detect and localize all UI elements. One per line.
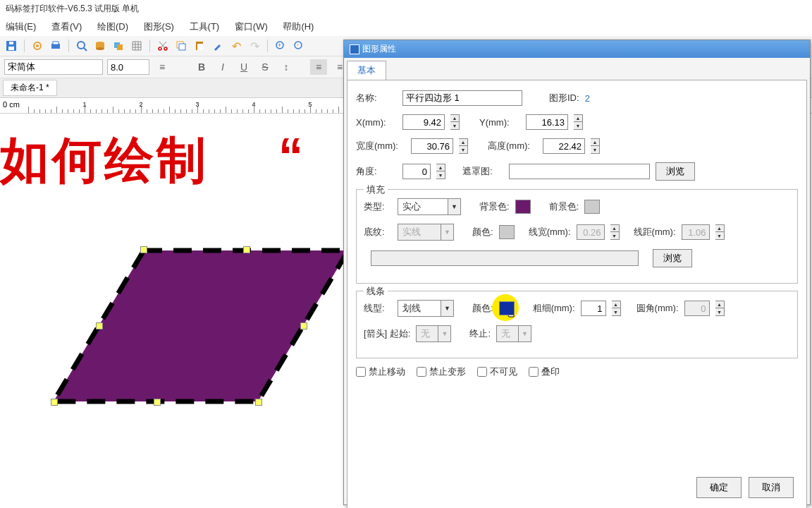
dialog-icon [350, 44, 359, 54]
fg-color-label: 前景色: [549, 200, 579, 213]
mask-label: 遮罩图: [462, 165, 503, 178]
svg-rect-6 [53, 42, 59, 44]
save-icon[interactable] [4, 39, 18, 53]
height-spinner[interactable]: ▲▼ [591, 138, 600, 154]
layers-icon[interactable] [111, 39, 125, 53]
cut-icon[interactable] [156, 39, 170, 53]
line-width-input [577, 224, 605, 240]
lock-move-checkbox[interactable]: 禁止移动 [356, 365, 405, 378]
svg-text:-: - [297, 41, 299, 48]
mask-input[interactable] [509, 164, 650, 179]
zoom-out-icon[interactable]: - [292, 39, 306, 53]
shape-properties-dialog: 图形属性 基本 名称: 图形ID: 2 X(mm): ▲▼ Y(mm): ▲▼ … [343, 40, 811, 505]
name-label: 名称: [356, 92, 397, 104]
italic-button[interactable]: I [214, 59, 231, 75]
fill-group-title: 填充 [364, 183, 388, 196]
font-family-select[interactable] [4, 59, 103, 75]
fill-path-input [371, 250, 639, 266]
app-title-bar: 码标签打印软件-V6.5.3 试用版 单机 [0, 0, 812, 18]
y-spinner[interactable]: ▲▼ [574, 114, 583, 130]
grid-icon[interactable] [130, 39, 144, 53]
canvas-red-text: 如何绘制 [0, 128, 209, 194]
bold-button[interactable]: B [193, 59, 210, 75]
arrow-end-label: 终止: [469, 327, 491, 340]
menu-shape[interactable]: 图形(S) [144, 21, 174, 32]
svg-rect-19 [179, 44, 185, 50]
arrow-up-icon[interactable]: ↕ [278, 59, 295, 75]
width-label: 宽度(mm): [356, 140, 405, 152]
height-input[interactable] [543, 138, 585, 154]
doc-tab-1[interactable]: 未命名-1 * [3, 80, 57, 96]
line-weight-label: 粗细(mm): [533, 302, 575, 315]
x-spinner[interactable]: ▲▼ [450, 114, 460, 130]
weight-spinner[interactable]: ▲▼ [612, 301, 621, 316]
zoom-in-icon[interactable]: + [273, 39, 288, 53]
cancel-button[interactable]: 取消 [749, 477, 794, 498]
lock-transform-checkbox[interactable]: 禁止变形 [417, 365, 466, 378]
pattern-color-swatch [499, 225, 515, 239]
fg-color-swatch[interactable] [584, 200, 600, 214]
line-height-icon[interactable]: ≡ [154, 59, 171, 75]
svg-point-7 [78, 42, 85, 49]
menu-tools[interactable]: 工具(T) [190, 21, 220, 32]
align-left-icon[interactable]: ≡ [310, 59, 327, 75]
y-input[interactable] [526, 114, 568, 130]
browse-mask-button[interactable]: 浏览 [656, 162, 695, 181]
fill-type-combo[interactable]: 实心▼ [398, 198, 461, 215]
width-spinner[interactable]: ▲▼ [459, 138, 468, 154]
invisible-checkbox[interactable]: 不可见 [477, 365, 517, 378]
menu-help[interactable]: 帮助(H) [283, 21, 314, 32]
brush-icon[interactable] [211, 39, 225, 53]
arrow-start-label: [箭头] 起始: [364, 327, 410, 340]
line-weight-input[interactable] [581, 301, 606, 316]
angle-input[interactable] [402, 164, 431, 179]
line-group-title: 线条 [364, 285, 388, 298]
name-input[interactable] [402, 90, 522, 106]
menu-window[interactable]: 窗口(W) [235, 21, 268, 32]
height-label: 高度(mm): [488, 140, 537, 152]
bg-color-swatch[interactable] [515, 200, 531, 214]
x-input[interactable] [402, 114, 445, 130]
database-icon[interactable] [93, 39, 107, 53]
svg-rect-13 [117, 44, 123, 50]
width-input[interactable] [411, 138, 453, 154]
print-icon[interactable] [49, 39, 63, 53]
dialog-title-bar[interactable]: 图形属性 [344, 40, 810, 58]
round-spinner: ▲▼ [715, 301, 725, 316]
menu-edit[interactable]: 编辑(E) [6, 21, 36, 32]
font-size-input[interactable] [107, 59, 149, 75]
svg-text:+: + [278, 42, 281, 49]
angle-spinner[interactable]: ▲▼ [436, 164, 445, 179]
redo-icon[interactable]: ↷ [247, 39, 262, 53]
line-width-label: 线宽(mm): [529, 226, 571, 238]
bg-color-label: 背景色: [479, 200, 510, 213]
selected-parallelogram[interactable] [49, 248, 352, 404]
zoom-icon[interactable] [75, 39, 89, 53]
pattern-color-label: 颜色: [472, 226, 493, 238]
strike-button[interactable]: S [257, 59, 273, 75]
underline-button[interactable]: U [235, 59, 252, 75]
paste-icon[interactable] [192, 39, 207, 53]
copy-icon[interactable] [174, 39, 188, 53]
shape-id-label: 图形ID: [549, 92, 579, 104]
round-corner-input [684, 301, 710, 316]
menu-draw[interactable]: 绘图(D) [97, 21, 128, 32]
gear-icon[interactable] [30, 39, 44, 53]
x-label: X(mm): [356, 117, 397, 128]
menu-view[interactable]: 查看(V) [51, 21, 82, 32]
line-type-combo[interactable]: 划线▼ [398, 300, 454, 317]
line-type-label: 线型: [364, 302, 392, 315]
overprint-checkbox[interactable]: 叠印 [529, 365, 560, 378]
menu-bar: 编辑(E) 查看(V) 绘图(D) 图形(S) 工具(T) 窗口(W) 帮助(H… [0, 18, 812, 36]
browse-fill-button[interactable]: 浏览 [653, 249, 692, 267]
line-color-swatch[interactable] [499, 301, 515, 315]
sp-spinner: ▲▼ [715, 224, 725, 240]
tab-basic[interactable]: 基本 [347, 61, 386, 80]
fill-type-label: 类型: [364, 200, 392, 213]
undo-icon[interactable]: ↶ [229, 39, 243, 53]
line-group: 线条 线型: 划线▼ 颜色: 粗细(mm): ▲▼ 圆角(mm): ▲▼ [箭头… [356, 291, 798, 358]
svg-rect-21 [197, 44, 203, 50]
arrow-start-combo: 无▼ [416, 325, 451, 342]
ok-button[interactable]: 确定 [696, 477, 742, 498]
ruler-origin-label: 0 cm [3, 100, 20, 109]
